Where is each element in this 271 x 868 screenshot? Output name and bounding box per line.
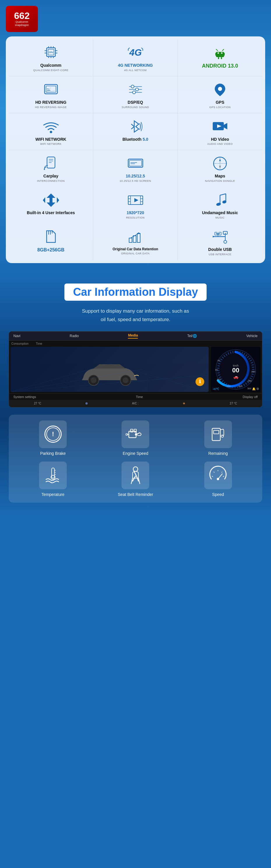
fuel-label: Remaining	[208, 451, 228, 456]
svg-rect-29	[46, 86, 56, 92]
feature-resolution: 1920*720 Resolution	[93, 187, 178, 223]
engine-icon	[122, 421, 149, 448]
ui-title: Built-in 4 User Interfaces	[27, 210, 75, 215]
svg-rect-129	[52, 468, 55, 478]
feature-video: HD Video AUDIO AND VIDEO	[178, 113, 262, 150]
feature-cardata: Original Car Data Retention ORIGINAL CAR…	[93, 223, 178, 260]
snapdragon-badge: 662 Qualcomm snapdragon	[6, 6, 38, 32]
svg-text:00: 00	[232, 367, 239, 374]
svg-rect-63	[141, 196, 143, 205]
4g-subtitle: 4G ALL NETCOM	[124, 69, 147, 72]
carplay-subtitle: INTERCONNECTION	[37, 180, 65, 182]
screen-temp-bar: 27 °C ❄ A/C : ☀ 27 °C	[9, 400, 262, 407]
fuel-item: Remaining	[180, 421, 257, 456]
wifi-icon	[41, 119, 60, 135]
temp-icon	[39, 462, 67, 489]
badge-brand: Qualcomm snapdragon	[15, 21, 29, 27]
feature-bluetooth: Bluetooth 5.0	[93, 113, 178, 150]
dsp-icon	[126, 82, 145, 98]
wifi-title: WIFI NETWORK	[35, 137, 66, 142]
svg-line-22	[216, 49, 218, 51]
top-section: 662 Qualcomm snapdragon	[0, 0, 271, 272]
svg-rect-24	[215, 53, 216, 56]
nav-navi: Navi	[13, 334, 21, 338]
cardata-title: Original Car Data Retention	[113, 247, 158, 251]
nav-radio: Radio	[70, 334, 79, 338]
svg-text:80: 80	[215, 369, 218, 371]
music-subtitle: MUSIC	[215, 216, 225, 219]
bluetooth-title: Bluetooth 5.0	[122, 137, 148, 142]
reversing-title: HD REVERSING	[35, 100, 66, 105]
video-icon	[211, 119, 230, 135]
svg-line-41	[131, 124, 134, 127]
svg-line-97	[10, 369, 143, 392]
svg-rect-25	[223, 53, 225, 56]
carplay-title: Carplay	[43, 174, 58, 179]
feature-screen: 10.25/12.5 10.25/12.5 HD SCREEN	[93, 150, 178, 187]
video-subtitle: AUDIO AND VIDEO	[207, 143, 233, 145]
feature-4g: 4G 4G NETWORKING 4G ALL NETCOM	[93, 39, 178, 76]
nav-vehicle: Vehicle	[246, 334, 258, 338]
svg-text:CPU: CPU	[49, 51, 53, 53]
feature-ui: Built-in 4 User Interfaces	[9, 187, 93, 223]
svg-line-42	[131, 127, 134, 129]
android-title: ANDROID 13.0	[202, 63, 238, 69]
feature-music: Undamaged Music MUSIC	[178, 187, 262, 223]
fuel-icon	[204, 421, 232, 448]
screen-bottom-bar: System settings Time Display off	[9, 393, 262, 400]
svg-line-141	[223, 476, 224, 477]
svg-text:🚗: 🚗	[233, 374, 239, 379]
svg-line-137	[212, 476, 213, 477]
gps-icon	[211, 82, 230, 98]
cardata-subtitle: ORIGINAL CAR DATA	[121, 252, 150, 255]
car-screen-display: Navi Radio Media Tel/🌐 Vehicle Consumpti…	[9, 331, 262, 407]
reversing-icon	[41, 82, 60, 98]
svg-marker-86	[213, 236, 215, 238]
feature-usb: Double USB USB INTERFACE	[178, 223, 262, 260]
maps-title: Maps	[215, 174, 225, 179]
svg-rect-78	[133, 236, 136, 242]
svg-point-40	[50, 131, 52, 133]
svg-text:4G: 4G	[129, 47, 142, 58]
usb-subtitle: USB INTERFACE	[209, 253, 231, 256]
svg-text:160: 160	[227, 385, 231, 388]
svg-text:280: 280	[251, 370, 255, 373]
svg-rect-52	[129, 160, 142, 166]
svg-rect-79	[137, 234, 140, 242]
svg-text:240: 240	[248, 380, 252, 382]
svg-line-98	[110, 364, 209, 392]
badge-number: 662	[14, 11, 29, 21]
bluetooth-icon	[126, 119, 145, 135]
nav-media: Media	[128, 333, 138, 339]
feature-cpu: CPU Qualcomm QUALCOMM EIGHT-CORE	[9, 39, 93, 76]
svg-text:!: !	[52, 430, 54, 438]
storage-title: 8GB+256GB	[37, 247, 64, 253]
4g-icon: 4G	[126, 44, 145, 61]
gps-subtitle: GPS LOCATION	[210, 106, 231, 109]
svg-point-39	[218, 87, 222, 91]
engine-label: Engine Speed	[123, 451, 148, 456]
seatbelt-item: Seat Belt Reminder	[97, 462, 174, 497]
svg-line-138	[214, 472, 214, 473]
cpu-subtitle: QUALCOMM EIGHT-CORE	[33, 69, 68, 72]
svg-marker-59	[219, 165, 221, 168]
speed-label: Speed	[212, 492, 224, 497]
svg-point-21	[221, 52, 222, 54]
screen-nav-bar: Navi Radio Media Tel/🌐 Vehicle	[9, 332, 262, 341]
screen-title: 10.25/12.5	[126, 174, 145, 179]
4g-title: 4G NETWORKING	[118, 63, 153, 68]
svg-rect-26	[218, 57, 219, 59]
svg-rect-116	[130, 429, 133, 432]
speed-icon	[204, 462, 232, 489]
svg-point-37	[136, 88, 139, 91]
svg-point-123	[135, 433, 137, 436]
car-info-section: Car Information Display Support to displ…	[0, 272, 271, 517]
svg-text:40: 40	[218, 359, 220, 362]
screen-main-content: ℹ	[9, 347, 262, 393]
cpu-icon: CPU	[41, 44, 60, 61]
music-title: Undamaged Music	[202, 210, 238, 215]
svg-rect-62	[128, 196, 130, 205]
svg-marker-60	[43, 193, 59, 207]
android-icon	[211, 44, 230, 61]
screen-car-area: ℹ	[10, 347, 209, 392]
